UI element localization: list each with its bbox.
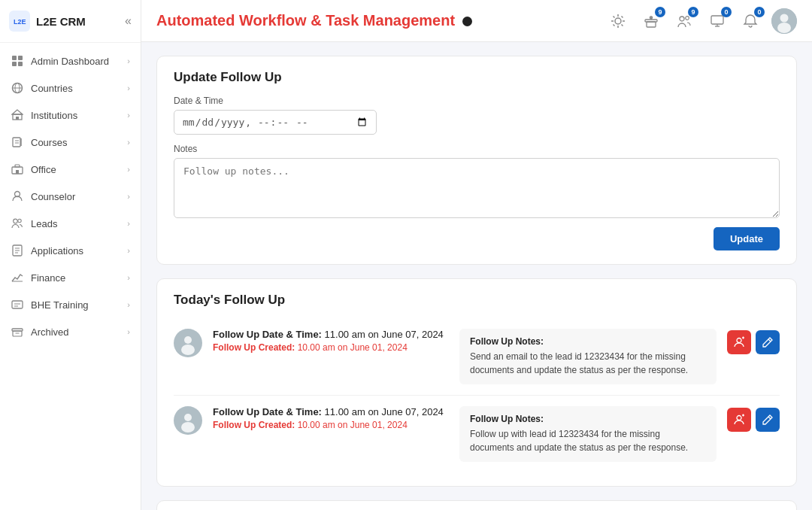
svg-line-38 [614, 16, 615, 17]
title-prefix: Automated Workflow & [156, 12, 326, 29]
chevron-right-icon: › [127, 111, 130, 120]
edit-button[interactable] [756, 330, 780, 354]
followup-notes-box: Follow Up Notes: Send an email to the le… [459, 329, 717, 384]
finance-icon [11, 271, 24, 284]
followup-notes-label: Follow Up Notes: [470, 336, 706, 347]
svg-point-55 [737, 338, 741, 343]
followup-actions [727, 329, 780, 354]
todays-followup-title: Today's Follow Up [174, 293, 780, 308]
users-icon-button[interactable]: 9 [672, 9, 696, 33]
leads-icon [11, 217, 24, 230]
recording-dot [462, 17, 472, 26]
sidebar-item-archived[interactable]: Archived › [0, 318, 141, 345]
sidebar-item-finance[interactable]: Finance › [0, 264, 141, 291]
edit-button[interactable] [756, 408, 780, 432]
followup-info: Follow Up Date & Time: 11.00 am on June … [213, 406, 449, 430]
sidebar-item-office-label: Office [31, 164, 120, 175]
svg-point-20 [14, 219, 18, 223]
svg-rect-46 [711, 16, 723, 24]
followup-info: Follow Up Date & Time: 11.00 am on June … [213, 329, 449, 353]
svg-rect-17 [15, 165, 20, 167]
sun-icon-button[interactable] [606, 9, 630, 33]
svg-point-21 [18, 219, 21, 222]
svg-rect-27 [12, 301, 23, 308]
svg-rect-11 [16, 117, 19, 120]
sidebar-nav: Admin Dashboard › Countries › Institutio… [0, 43, 141, 510]
followup-datetime: Follow Up Date & Time: 11.00 am on June … [213, 406, 449, 417]
sidebar-item-leads-label: Leads [31, 218, 120, 229]
sidebar-item-countries-label: Countries [31, 83, 120, 94]
countries-icon [11, 81, 24, 95]
bhe-training-icon [11, 298, 24, 311]
svg-point-51 [777, 23, 791, 33]
followup-created: Follow Up Created: 10.00 am on June 01, … [213, 420, 449, 430]
date-time-input[interactable] [174, 110, 377, 135]
svg-point-50 [780, 14, 789, 22]
date-time-label: Date & Time [174, 96, 780, 106]
svg-point-45 [686, 16, 689, 20]
svg-point-33 [615, 18, 621, 24]
followup-notes-text: Follow up with lead id 12323434 for the … [470, 427, 706, 454]
sidebar-item-archived-label: Archived [31, 326, 120, 338]
sidebar-logo: L2E L2E CRM « [0, 0, 141, 43]
sidebar-item-institutions-label: Institutions [31, 110, 120, 121]
svg-rect-2 [12, 56, 17, 60]
svg-point-44 [680, 17, 684, 21]
user-avatar-button[interactable] [771, 8, 797, 34]
chevron-right-icon: › [127, 219, 130, 228]
chevron-right-icon: › [127, 56, 130, 65]
followup-actions [727, 406, 780, 432]
applications-icon [11, 244, 24, 257]
svg-rect-43 [647, 22, 656, 27]
svg-rect-18 [16, 170, 19, 174]
date-time-group: Date & Time [174, 96, 780, 135]
svg-point-54 [181, 345, 195, 355]
bell-icon-button[interactable]: 0 [738, 9, 762, 33]
followup-notes-label: Follow Up Notes: [470, 414, 706, 424]
courses-icon [11, 135, 24, 149]
svg-line-58 [768, 339, 771, 342]
sidebar-item-finance-label: Finance [31, 272, 120, 284]
todays-followup-item: Follow Up Date & Time: 11.00 am on June … [174, 396, 780, 472]
gift-icon-button[interactable]: 9 [639, 9, 663, 33]
svg-line-40 [622, 16, 623, 17]
sidebar-item-bhe-training[interactable]: BHE Training › [0, 291, 141, 318]
chevron-right-icon: › [127, 165, 130, 174]
admin-dashboard-icon [11, 54, 24, 68]
assign-user-button[interactable] [727, 408, 751, 432]
monitor-icon-button[interactable]: 0 [705, 9, 729, 33]
sidebar-item-institutions[interactable]: Institutions › [0, 102, 141, 129]
institutions-icon [11, 108, 24, 122]
svg-rect-5 [18, 62, 23, 66]
update-button[interactable]: Update [714, 227, 780, 250]
sidebar-item-office[interactable]: Office › [0, 156, 141, 183]
sidebar-item-countries[interactable]: Countries › [0, 74, 141, 102]
svg-point-60 [184, 414, 192, 421]
sidebar-collapse-button[interactable]: « [125, 14, 132, 28]
users-badge: 9 [688, 7, 698, 17]
bell-badge: 0 [754, 7, 765, 17]
chevron-right-icon: › [127, 327, 130, 336]
svg-point-53 [184, 336, 192, 344]
gift-badge: 9 [655, 7, 665, 17]
sidebar-item-courses-label: Courses [31, 137, 120, 148]
sidebar-item-applications[interactable]: Applications › [0, 237, 141, 264]
followup-avatar [174, 329, 202, 357]
followup-notes-box: Follow Up Notes: Follow up with lead id … [459, 406, 717, 462]
sidebar-item-admin-dashboard[interactable]: Admin Dashboard › [0, 47, 141, 74]
svg-marker-10 [12, 110, 23, 114]
assign-user-button[interactable] [727, 330, 751, 354]
main-content: Automated Workflow & Task Management 9 9… [141, 0, 812, 510]
sidebar-item-leads[interactable]: Leads › [0, 210, 141, 237]
brand-name: L2E CRM [36, 15, 86, 28]
svg-line-41 [614, 24, 615, 26]
notes-textarea[interactable] [174, 158, 780, 218]
followup-avatar [174, 406, 202, 435]
sidebar-item-counselor[interactable]: Counselor › [0, 183, 141, 210]
svg-text:L2E: L2E [14, 18, 26, 26]
sidebar-item-courses[interactable]: Courses › [0, 129, 141, 156]
sidebar-item-counselor-label: Counselor [31, 191, 120, 202]
sidebar-item-applications-label: Applications [31, 245, 120, 257]
topbar: Automated Workflow & Task Management 9 9… [141, 0, 812, 42]
followup-created: Follow Up Created: 10.00 am on June 01, … [213, 342, 449, 353]
